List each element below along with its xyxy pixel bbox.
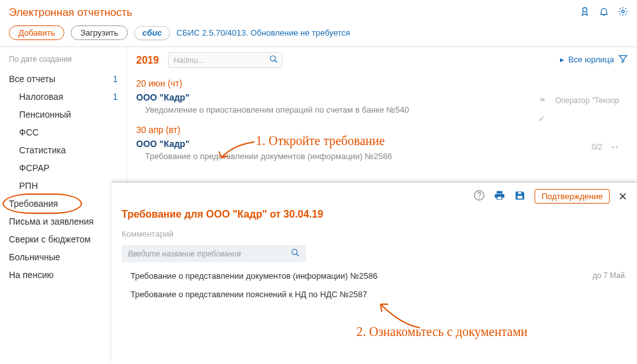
entry-counter: 0/2 [592,143,603,151]
gear-icon[interactable] [618,6,628,18]
caret-right-icon: ▸ [560,55,564,64]
status-icon: ▪▪ [611,143,619,151]
sidebar-item-label: На пенсию [9,270,53,280]
flag-icon[interactable]: ⚑ [539,96,546,105]
award-icon[interactable] [580,6,590,18]
page-title: Электронная отчетность [9,6,132,18]
entry-org: ООО "Кадр" [136,139,628,149]
save-icon[interactable] [514,190,526,203]
panel-title: Требование для ООО "Кадр" от 30.04.19 [122,209,627,220]
sidebar-item[interactable]: Пенсионный [0,106,127,123]
search-icon[interactable] [291,248,300,259]
sidebar-item-label: Налоговая [19,92,63,102]
svg-point-1 [622,10,624,13]
entry-date: 20 июн (чт) [136,78,628,88]
sidebar-item[interactable]: ФСС [0,123,127,141]
year-label[interactable]: 2019 [136,55,159,66]
sidebar-item-label: Требования [9,199,58,209]
sidebar-item-label: ФСС [19,127,39,137]
svg-line-10 [297,254,299,256]
entry-desc: Требование о представлении документов (и… [136,151,628,161]
svg-point-2 [270,56,275,61]
entry-side: ⚑Оператор "Тензор [539,96,619,105]
sidebar-item-label: Пенсионный [19,109,71,120]
sidebar-item-label: Статистика [19,145,66,155]
help-icon[interactable] [473,190,485,203]
sidebar-item[interactable]: Все отчеты1 [0,70,127,88]
panel-list-item[interactable]: Требование о представлении пояснений к Н… [122,290,627,299]
panel-item-text: Требование о представлении пояснений к Н… [130,290,367,299]
app-logo: сбис [134,26,170,40]
sidebar-item[interactable]: РПН [0,177,127,195]
sort-label[interactable]: По дате создания [0,47,127,70]
list-entry[interactable]: 20 июн (чт)ООО "Кадр"Уведомление о приос… [136,78,628,115]
filter-icon[interactable] [618,53,628,66]
entry-desc: Уведомление о приостановлении операций п… [136,105,628,115]
sidebar-item[interactable]: Больничные [0,248,127,266]
sidebar-item[interactable]: Статистика [0,141,127,159]
sidebar-item-label: ФСРАР [19,163,50,173]
svg-point-0 [583,8,587,12]
svg-rect-8 [518,192,521,194]
entry-side: 0/2▪▪ [592,143,619,151]
svg-point-5 [479,198,480,199]
sidebar-item-label: Письма и заявления [9,216,94,227]
check-icon: ✓ [538,114,545,123]
panel-list-item[interactable]: Требование о представлении документов (и… [122,271,627,281]
confirm-button[interactable]: Подтверждение [535,189,610,204]
panel-search-input[interactable] [128,249,291,258]
print-icon[interactable] [494,190,505,203]
close-icon[interactable]: × [619,190,627,204]
sidebar-item-count: 1 [113,74,118,84]
search-input[interactable] [174,56,269,65]
sidebar-item[interactable]: Сверки с бюджетом [0,230,127,248]
operator-text: Оператор "Тензор [555,96,619,105]
sidebar-item-count: 1 [113,92,118,102]
sidebar-item[interactable]: ФСРАР [0,159,127,177]
svg-point-9 [292,249,297,255]
detail-panel: Подтверждение × Требование для ООО "Кадр… [111,182,637,364]
panel-item-text: Требование о представлении документов (и… [130,271,377,281]
version-text: СБИС 2.5.70/4013. Обновление не требуетс… [176,28,350,38]
sidebar-item[interactable]: Требования [0,195,127,213]
sidebar-item[interactable]: Налоговая1 [0,88,127,106]
sidebar-item-label: Сверки с бюджетом [9,234,90,244]
load-button[interactable]: Загрузить [71,25,127,40]
search-icon[interactable] [269,55,278,66]
comment-label[interactable]: Комментарий [122,229,627,239]
sidebar-item[interactable]: На пенсию [0,266,127,284]
list-entry[interactable]: 30 апр (вт)ООО "Кадр"Требование о предст… [136,125,628,161]
svg-rect-6 [498,197,501,199]
panel-search[interactable] [122,245,306,262]
sidebar-item[interactable]: Письма и заявления [0,213,127,230]
svg-line-3 [274,60,277,63]
sidebar-item-label: Все отчеты [9,74,55,84]
entry-date: 30 апр (вт) [136,125,628,135]
search-box[interactable] [168,52,283,68]
sidebar-item-label: Больничные [9,252,60,262]
panel-item-due: до 7 Май. [592,271,627,281]
svg-rect-7 [517,196,522,199]
add-button[interactable]: Добавить [9,25,64,40]
all-entities-link[interactable]: Все юрлица [568,55,614,64]
sidebar-item-label: РПН [19,181,38,191]
bell-icon[interactable] [599,6,609,18]
